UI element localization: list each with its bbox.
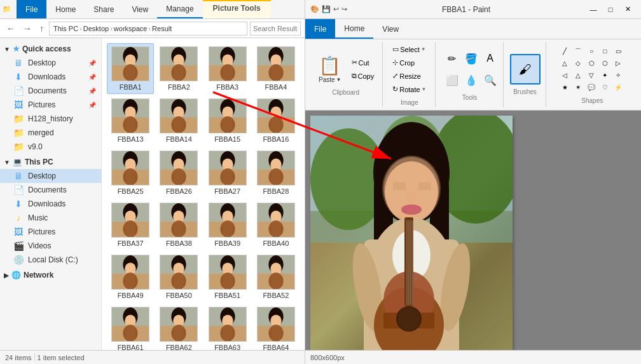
file-item[interactable]: FBBA26 — [155, 147, 202, 198]
shape-line[interactable]: ╱ — [559, 46, 570, 57]
color-picker-button[interactable]: 💧 — [461, 70, 481, 90]
file-item[interactable]: FBBA52 — [252, 252, 300, 302]
paint-view-tab[interactable]: View — [373, 19, 408, 39]
cut-button[interactable]: ✂ Cut — [348, 57, 378, 69]
eraser-button[interactable]: ⬜ — [442, 70, 462, 90]
copy-button[interactable]: ⧉ Copy — [348, 70, 378, 82]
shape-diamond[interactable]: ◇ — [572, 58, 584, 69]
minimize-button[interactable]: — — [585, 3, 602, 16]
magnifier-button[interactable]: 🔍 — [480, 70, 500, 90]
shape-callout[interactable]: 💬 — [586, 82, 597, 93]
file-item[interactable]: FBBA2 — [155, 43, 202, 94]
rotate-button[interactable]: ↻ Rotate ▼ — [389, 83, 429, 95]
close-button[interactable]: ✕ — [619, 3, 636, 16]
sidebar-item-documents-qa[interactable]: 📄 Documents 📌 — [0, 84, 101, 98]
save-icon[interactable]: 💾 — [322, 5, 331, 13]
shape-hexagon[interactable]: ⬡ — [599, 58, 610, 69]
sidebar-item-pictures-qa[interactable]: 🖼 Pictures 📌 — [0, 98, 101, 112]
shape-star6[interactable]: ✶ — [572, 82, 584, 93]
explorer-view-tab[interactable]: View — [123, 0, 157, 18]
sidebar-item-desktop-qa[interactable]: 🖥 Desktop 📌 — [0, 56, 101, 70]
file-item[interactable]: FBBA25 — [107, 147, 154, 198]
shape-curve[interactable]: ⌒ — [572, 46, 584, 57]
sidebar-item-label-documents-qa: Documents — [28, 86, 67, 95]
svg-point-143 — [268, 325, 283, 342]
shape-right-arrow[interactable]: ▷ — [612, 58, 624, 69]
file-item[interactable]: FBBA61 — [107, 304, 154, 350]
shape-rect[interactable]: □ — [599, 46, 610, 57]
shape-left-arrow[interactable]: ◁ — [559, 70, 570, 81]
address-path[interactable]: This PC › Desktop › workspace › Result — [49, 22, 247, 36]
file-item[interactable]: FBBA50 — [155, 252, 202, 302]
maximize-button[interactable]: □ — [602, 3, 619, 16]
this-pc-header[interactable]: ▼ 💻 This PC — [0, 155, 101, 169]
brushes-button[interactable]: 🖌 — [510, 54, 541, 84]
sidebar-item-downloads-pc[interactable]: ⬇ Downloads — [0, 197, 101, 211]
file-item[interactable]: FBBA28 — [252, 147, 300, 198]
shape-heart[interactable]: ♡ — [599, 82, 610, 93]
sidebar-item-h128[interactable]: 📁 H128_history — [0, 112, 101, 126]
fill-button[interactable]: 🪣 — [461, 48, 481, 69]
file-item[interactable]: FBBA14 — [155, 95, 202, 146]
sidebar-item-music[interactable]: ♪ Music — [0, 211, 101, 225]
explorer-share-tab[interactable]: Share — [85, 0, 123, 18]
paste-button[interactable]: 📋 Paste▼ — [314, 53, 346, 85]
undo-icon[interactable]: ↩ — [333, 5, 339, 13]
file-item[interactable]: FBBA40 — [252, 199, 300, 250]
file-item[interactable]: FBBA38 — [155, 199, 202, 250]
network-header[interactable]: ▶ 🌐 Network — [0, 268, 101, 282]
sidebar-item-merged[interactable]: 📁 merged — [0, 126, 101, 140]
pencil-button[interactable]: ✏ — [442, 48, 462, 69]
paint-canvas[interactable] — [310, 116, 513, 350]
paint-file-tab[interactable]: File — [305, 19, 335, 39]
file-item[interactable]: FBBA27 — [204, 147, 251, 198]
explorer-home-tab[interactable]: Home — [46, 0, 85, 18]
shape-pentagon[interactable]: ⬠ — [586, 58, 597, 69]
shape-4arrow[interactable]: ✦ — [599, 70, 610, 81]
search-input[interactable] — [250, 22, 301, 36]
paint-home-tab[interactable]: Home — [335, 19, 373, 39]
resize-button[interactable]: ⤢ Resize — [389, 70, 429, 82]
sidebar-item-downloads-qa[interactable]: ⬇ Downloads 📌 — [0, 70, 101, 84]
file-item[interactable]: FBBA3 — [204, 43, 251, 94]
explorer-file-tab[interactable]: File — [17, 0, 46, 18]
sidebar-item-videos[interactable]: 🎬 Videos — [0, 239, 101, 253]
quick-access-header[interactable]: ▼ ★ Quick access — [0, 42, 101, 56]
shape-up-arrow[interactable]: △ — [572, 70, 584, 81]
shape-lightning[interactable]: ⚡ — [612, 82, 624, 93]
shape-down-arrow[interactable]: ▽ — [586, 70, 597, 81]
crop-button[interactable]: ⊹ Crop — [389, 57, 429, 69]
file-item[interactable]: FBBA49 — [107, 252, 154, 302]
file-item[interactable]: FBBA62 — [155, 304, 202, 350]
file-item[interactable]: FBBA1 — [107, 43, 154, 94]
file-item[interactable]: FBBA4 — [252, 43, 300, 94]
forward-button[interactable]: → — [20, 22, 34, 35]
file-item[interactable]: FBBA15 — [204, 95, 251, 146]
explorer-manage-tab[interactable]: Manage — [157, 0, 202, 18]
sidebar-item-pictures-pc[interactable]: 🖼 Pictures — [0, 225, 101, 239]
text-button[interactable]: A — [480, 48, 500, 69]
file-item[interactable]: FBBA37 — [107, 199, 154, 250]
sidebar-item-localdisk[interactable]: 💿 Local Disk (C:) — [0, 253, 101, 267]
sidebar-item-documents-pc[interactable]: 📄 Documents — [0, 183, 101, 197]
shape-star5[interactable]: ★ — [559, 82, 570, 93]
svg-point-137 — [220, 325, 235, 342]
sidebar-item-v90[interactable]: 📁 v9.0 — [0, 140, 101, 154]
paint-canvas-area[interactable] — [305, 111, 641, 350]
select-button[interactable]: ▭ Select ▼ — [389, 43, 429, 55]
shape-roundrect[interactable]: ▭ — [612, 46, 624, 57]
file-item[interactable]: FBBA63 — [204, 304, 251, 350]
shape-oval[interactable]: ○ — [586, 46, 597, 57]
redo-icon[interactable]: ↪ — [341, 5, 347, 13]
back-button[interactable]: ← — [4, 22, 18, 35]
sidebar-item-desktop-pc[interactable]: 🖥 Desktop — [0, 169, 101, 183]
file-item[interactable]: FBBA64 — [252, 304, 300, 350]
svg-point-159 — [403, 205, 420, 211]
shape-star4[interactable]: ✧ — [612, 70, 624, 81]
up-button[interactable]: ↑ — [37, 22, 46, 35]
file-item[interactable]: FBBA13 — [107, 95, 154, 146]
file-item[interactable]: FBBA16 — [252, 95, 300, 146]
shape-triangle[interactable]: △ — [559, 58, 570, 69]
file-item[interactable]: FBBA39 — [204, 199, 251, 250]
file-item[interactable]: FBBA51 — [204, 252, 251, 302]
